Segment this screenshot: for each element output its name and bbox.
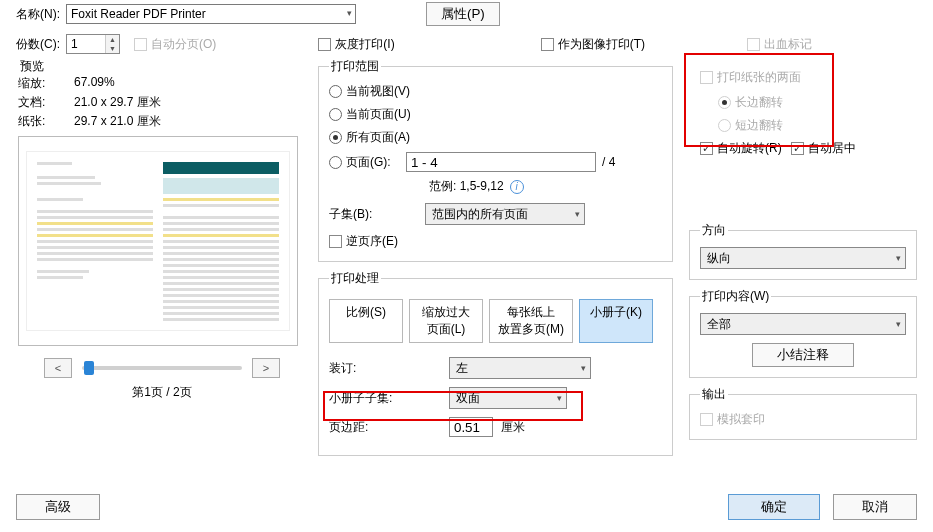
preview-canvas: [18, 136, 298, 346]
zoom-label: 缩放:: [18, 75, 74, 92]
chevron-down-icon: ▾: [896, 319, 901, 329]
orientation-legend: 方向: [700, 222, 728, 239]
printer-name-label: 名称(N):: [16, 6, 60, 23]
page-indicator: 第1页 / 2页: [18, 384, 306, 401]
print-range-group: 打印范围 当前视图(V) 当前页面(U) 所有页面(A) 页面(G): / 4 …: [318, 58, 673, 262]
current-page-radio[interactable]: 当前页面(U): [329, 106, 662, 123]
checkbox-icon: [134, 38, 147, 51]
copies-input[interactable]: [67, 35, 105, 53]
collate-checkbox: 自动分页(O): [134, 36, 216, 53]
print-as-image-checkbox[interactable]: 作为图像打印(T): [541, 36, 645, 53]
spin-down-icon[interactable]: ▼: [106, 44, 119, 53]
booklet-tab[interactable]: 小册子(K): [579, 299, 653, 343]
advanced-button[interactable]: 高级: [16, 494, 100, 520]
margin-input[interactable]: [449, 417, 493, 437]
long-edge-radio: 长边翻转: [718, 94, 906, 111]
checkbox-icon: [700, 142, 713, 155]
doc-size-label: 文档:: [18, 94, 74, 111]
auto-rotate-checkbox[interactable]: 自动旋转(R): [700, 140, 782, 157]
checkbox-icon: [329, 235, 342, 248]
orientation-select[interactable]: 纵向▾: [700, 247, 906, 269]
duplex-checkbox: 打印纸张的两面: [700, 69, 801, 86]
print-content-select[interactable]: 全部▾: [700, 313, 906, 335]
output-group: 输出 模拟套印: [689, 386, 917, 440]
paper-size-label: 纸张:: [18, 113, 74, 130]
info-icon[interactable]: i: [510, 180, 524, 194]
doc-size-value: 21.0 x 29.7 厘米: [74, 94, 161, 111]
pages-total: / 4: [602, 155, 615, 169]
print-handling-legend: 打印处理: [329, 270, 381, 287]
pages-input[interactable]: [406, 152, 596, 172]
ok-button[interactable]: 确定: [728, 494, 820, 520]
checkbox-icon: [541, 38, 554, 51]
subset-select[interactable]: 范围内的所有页面▾: [425, 203, 585, 225]
checkbox-icon: [700, 413, 713, 426]
pages-radio[interactable]: [329, 156, 342, 169]
page-slider[interactable]: [82, 366, 242, 370]
zoom-value: 67.09%: [74, 75, 115, 92]
multiple-pages-tab[interactable]: 每张纸上放置多页(M): [489, 299, 573, 343]
orientation-group: 方向 纵向▾: [689, 222, 917, 280]
summary-comments-button[interactable]: 小结注释: [752, 343, 854, 367]
print-content-group: 打印内容(W) 全部▾ 小结注释: [689, 288, 917, 378]
properties-button[interactable]: 属性(P): [426, 2, 500, 26]
short-edge-radio: 短边翻转: [718, 117, 906, 134]
cancel-button[interactable]: 取消: [833, 494, 917, 520]
pages-example: 范例: 1,5-9,12: [429, 178, 504, 195]
print-content-legend: 打印内容(W): [700, 288, 771, 305]
spin-up-icon[interactable]: ▲: [106, 35, 119, 44]
print-handling-group: 打印处理 比例(S) 缩放过大页面(L) 每张纸上放置多页(M) 小册子(K) …: [318, 270, 673, 456]
fit-large-tab[interactable]: 缩放过大页面(L): [409, 299, 483, 343]
simulate-overprint-checkbox: 模拟套印: [700, 411, 765, 428]
booklet-subset-select[interactable]: 双面▾: [449, 387, 567, 409]
binding-label: 装订:: [329, 360, 449, 377]
grayscale-checkbox[interactable]: 灰度打印(I): [318, 36, 394, 53]
checkbox-icon: [747, 38, 760, 51]
preview-legend: 预览: [18, 58, 46, 75]
auto-center-checkbox[interactable]: 自动居中: [791, 140, 856, 157]
booklet-subset-label: 小册子子集:: [329, 390, 449, 407]
scale-tab[interactable]: 比例(S): [329, 299, 403, 343]
subset-label: 子集(B):: [329, 206, 425, 223]
reverse-order-checkbox[interactable]: 逆页序(E): [329, 233, 398, 250]
next-page-button[interactable]: >: [252, 358, 280, 378]
chevron-down-icon: ▾: [347, 8, 352, 18]
printer-select-value: Foxit Reader PDF Printer: [71, 7, 206, 21]
pages-label: 页面(G):: [346, 154, 406, 171]
checkbox-icon: [318, 38, 331, 51]
checkbox-icon: [791, 142, 804, 155]
margin-unit: 厘米: [501, 419, 525, 436]
current-view-radio[interactable]: 当前视图(V): [329, 83, 662, 100]
output-legend: 输出: [700, 386, 728, 403]
margin-label: 页边距:: [329, 419, 449, 436]
copies-label: 份数(C):: [16, 36, 60, 53]
chevron-down-icon: ▾: [557, 393, 562, 403]
bleed-marks-checkbox: 出血标记: [747, 36, 812, 53]
printer-select[interactable]: Foxit Reader PDF Printer ▾: [66, 4, 356, 24]
all-pages-radio[interactable]: 所有页面(A): [329, 129, 662, 146]
paper-size-value: 29.7 x 21.0 厘米: [74, 113, 161, 130]
preview-group: 预览 缩放:67.09% 文档:21.0 x 29.7 厘米 纸张:29.7 x…: [16, 58, 306, 401]
print-range-legend: 打印范围: [329, 58, 381, 75]
prev-page-button[interactable]: <: [44, 358, 72, 378]
chevron-down-icon: ▾: [896, 253, 901, 263]
chevron-down-icon: ▾: [575, 209, 580, 219]
chevron-down-icon: ▾: [581, 363, 586, 373]
checkbox-icon: [700, 71, 713, 84]
copies-spinner[interactable]: ▲▼: [66, 34, 120, 54]
binding-select[interactable]: 左▾: [449, 357, 591, 379]
